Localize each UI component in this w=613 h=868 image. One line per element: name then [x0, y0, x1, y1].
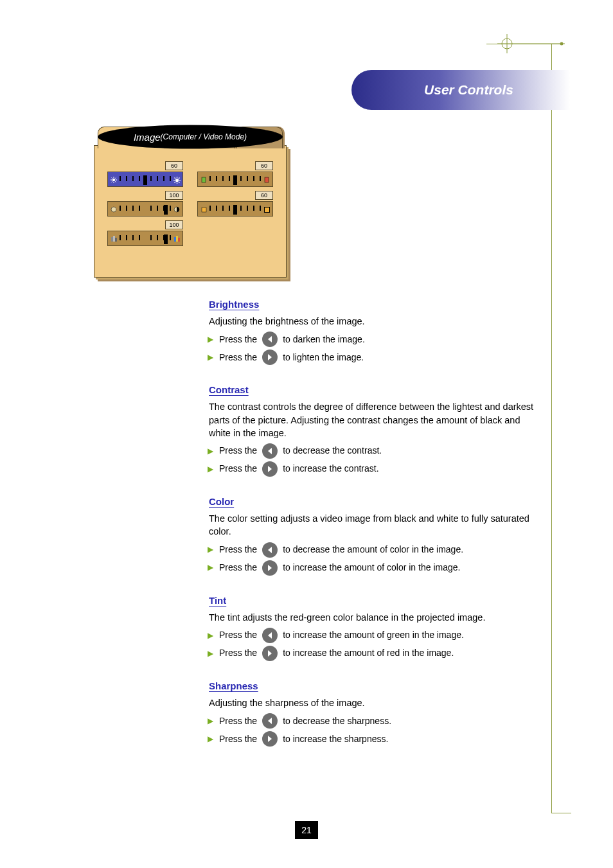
bullet-triangle-icon: ▶	[208, 352, 214, 363]
svg-line-12	[112, 181, 112, 182]
bullet-triangle-icon: ▶	[208, 562, 214, 573]
svg-point-25	[111, 207, 116, 212]
left-arrow-button-icon	[262, 628, 278, 643]
right-arrow-button-icon	[262, 350, 278, 365]
sharpness-low-icon	[200, 206, 208, 213]
svg-line-11	[115, 181, 116, 182]
content-body: Brightness Adjusting the brightness of t…	[209, 297, 543, 765]
svg-line-20	[179, 182, 180, 183]
osd-panel-subtitle: (Computer / Video Mode)	[161, 132, 247, 141]
svg-rect-33	[176, 236, 178, 242]
section-title-sharpness: Sharpness	[209, 679, 543, 693]
bullet-triangle-icon: ▶	[208, 334, 214, 345]
osd-panel-body: Image 60 60 100	[94, 145, 287, 278]
color-high-icon	[173, 235, 181, 243]
slider-sharpness[interactable]: 60	[197, 196, 273, 217]
svg-line-21	[174, 182, 175, 183]
section-desc-en: Adjusting the sharpness of the image.	[209, 696, 543, 709]
svg-line-22	[179, 177, 180, 179]
svg-rect-29	[111, 237, 113, 242]
bullet-increase: ▶ Press the to increase the sharpness.	[208, 731, 543, 747]
section-desc-en: The tint adjusts the red-green color bal…	[209, 611, 543, 624]
section-title-tint: Tint	[209, 594, 543, 607]
bullet-increase: ▶ Press the to increase the amount of co…	[208, 560, 543, 576]
svg-rect-31	[115, 238, 117, 242]
sun-low-icon	[110, 176, 118, 184]
right-arrow-button-icon	[262, 461, 278, 477]
right-arrow-button-icon	[262, 731, 278, 747]
tint-red-icon	[263, 176, 271, 184]
color-low-icon	[110, 235, 118, 243]
bullet-decrease: ▶ Press the to darken the image.	[208, 332, 543, 347]
svg-rect-30	[113, 236, 115, 242]
bullet-triangle-icon: ▶	[208, 630, 214, 641]
bullet-decrease: ▶ Press the to increase the amount of gr…	[208, 628, 543, 643]
section-color: Color The color setting adjusts a video …	[209, 495, 543, 576]
svg-line-19	[174, 177, 175, 179]
slider-tint[interactable]: 60	[197, 166, 273, 187]
page-number: 21	[295, 821, 318, 839]
left-arrow-button-icon	[262, 542, 278, 558]
bullet-decrease: ▶ Press the to decrease the sharpness.	[208, 713, 543, 729]
section-brightness: Brightness Adjusting the brightness of t…	[209, 297, 543, 365]
bullet-increase: ▶ Press the to increase the amount of re…	[208, 646, 543, 661]
bullet-increase: ▶ Press the to increase the contrast.	[208, 461, 543, 477]
section-title-contrast: Contrast	[209, 383, 543, 396]
svg-rect-23	[202, 177, 206, 182]
bullet-triangle-icon: ▶	[208, 716, 214, 727]
tint-green-icon	[200, 176, 208, 184]
contrast-high-icon	[173, 206, 181, 213]
section-title-color: Color	[209, 495, 543, 508]
bullet-triangle-icon: ▶	[208, 544, 214, 555]
section-contrast: Contrast The contrast controls the degre…	[209, 383, 543, 477]
slider-contrast[interactable]: 100	[107, 196, 183, 217]
svg-point-5	[112, 179, 115, 181]
right-arrow-button-icon	[262, 560, 278, 576]
svg-rect-32	[174, 237, 176, 242]
svg-point-14	[175, 178, 178, 181]
crop-line-bottom	[552, 813, 571, 813]
osd-panel-title: Image	[134, 132, 161, 143]
bullet-increase: ▶ Press the to lighten the image.	[208, 350, 543, 365]
svg-rect-24	[265, 177, 269, 182]
osd-panel-title-oval: Image (Computer / Video Mode)	[94, 123, 287, 150]
page-section-header: User Controls	[351, 70, 570, 110]
slider-sharpness-value: 60	[255, 191, 273, 200]
sun-high-icon	[173, 176, 181, 184]
bullet-decrease: ▶ Press the to decrease the contrast.	[208, 443, 543, 459]
slider-tint-value: 60	[255, 161, 273, 170]
svg-line-13	[115, 178, 116, 179]
section-desc-en: Adjusting the brightness of the image.	[209, 315, 543, 328]
svg-rect-27	[202, 208, 206, 212]
sharpness-high-icon	[263, 206, 271, 213]
section-tint: Tint The tint adjusts the red-green colo…	[209, 594, 543, 661]
section-desc-en: The color setting adjusts a video image …	[209, 512, 543, 538]
slider-color-value: 100	[165, 220, 183, 229]
svg-rect-34	[178, 238, 180, 242]
slider-brightness-value: 60	[165, 161, 183, 170]
section-title-brightness: Brightness	[209, 297, 543, 311]
osd-panel: Image (Computer / Video Mode) Image 60 6…	[94, 123, 287, 278]
contrast-low-icon	[110, 206, 118, 213]
side-guideline	[551, 44, 552, 813]
left-arrow-button-icon	[262, 443, 278, 459]
left-arrow-button-icon	[262, 332, 278, 347]
slider-contrast-value: 100	[165, 191, 183, 200]
slider-brightness[interactable]: 60	[107, 166, 183, 187]
slider-color[interactable]: 100	[107, 226, 183, 246]
svg-rect-28	[264, 207, 269, 212]
section-desc-en: The contrast controls the degree of diff…	[209, 400, 543, 439]
section-sharpness: Sharpness Adjusting the sharpness of the…	[209, 679, 543, 747]
bullet-decrease: ▶ Press the to decrease the amount of co…	[208, 542, 543, 558]
bullet-triangle-icon: ▶	[208, 734, 214, 745]
svg-line-10	[112, 178, 112, 179]
right-arrow-button-icon	[262, 646, 278, 661]
bullet-triangle-icon: ▶	[208, 648, 214, 659]
left-arrow-button-icon	[262, 713, 278, 729]
bullet-triangle-icon: ▶	[208, 446, 214, 457]
bullet-triangle-icon: ▶	[208, 464, 214, 475]
